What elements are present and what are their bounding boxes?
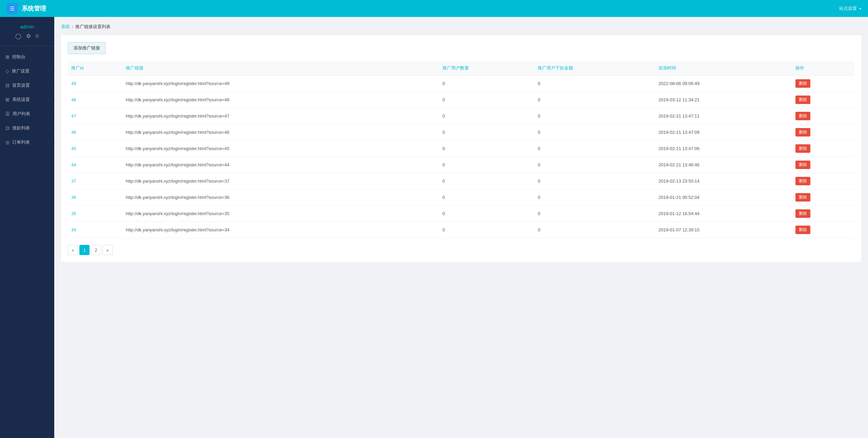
delete-button[interactable]: 删除 (795, 112, 810, 120)
site-settings-button[interactable]: 站点设置 ▾ (839, 5, 861, 12)
top-bar-left: ☰ 系统管理 (7, 3, 46, 14)
cell-user-count: 0 (439, 141, 534, 157)
cell-id[interactable]: 36 (68, 189, 122, 206)
chevron-right-icon-home: › (48, 84, 49, 87)
sidebar: admin ◯ ⚙ ⎋ ⊞ 控制台 ◇ 推广设 (0, 17, 54, 438)
table-row: 48 http://dk.yanyanshi.xyz/login/registe… (68, 92, 854, 108)
breadcrumb-home-link[interactable]: 系统 (61, 24, 70, 30)
cell-link: http://dk.yanyanshi.xyz/login/register.h… (122, 206, 439, 222)
system-settings-icon: ⊞ (5, 97, 9, 102)
delete-button[interactable]: 删除 (795, 144, 810, 153)
add-promotion-link-button[interactable]: 添加推广链接 (68, 42, 106, 54)
table-row: 45 http://dk.yanyanshi.xyz/login/registe… (68, 141, 854, 157)
chevron-right-icon-system: › (48, 98, 49, 102)
cell-time: 2019-02-21 13:46:46 (655, 157, 792, 173)
delete-button[interactable]: 删除 (795, 128, 810, 137)
cell-user-count: 0 (439, 157, 534, 173)
cell-time: 2019-02-13 23:50:14 (655, 173, 792, 189)
cell-id[interactable]: 44 (68, 157, 122, 173)
cell-id[interactable]: 48 (68, 92, 122, 108)
cell-action: 删除 (792, 76, 854, 92)
pagination-page-1[interactable]: 1 (79, 245, 90, 255)
delete-button[interactable]: 删除 (795, 79, 810, 88)
sidebar-username: admin (20, 24, 34, 29)
cell-id[interactable]: 35 (68, 206, 122, 222)
delete-button[interactable]: 删除 (795, 177, 810, 185)
app-wrapper: ☰ 系统管理 站点设置 ▾ admin ◯ ⚙ ⎋ ⊞ (0, 0, 868, 438)
cell-action: 删除 (792, 157, 854, 173)
cell-id[interactable]: 49 (68, 76, 122, 92)
cell-action: 删除 (792, 206, 854, 222)
col-action: 操作 (792, 61, 854, 76)
dashboard-icon: ⊞ (5, 54, 9, 60)
cell-action: 删除 (792, 173, 854, 189)
pagination-page-2[interactable]: 2 (91, 245, 101, 255)
cell-link: http://dk.yanyanshi.xyz/login/register.h… (122, 189, 439, 206)
user-profile-icon[interactable]: ◯ (15, 33, 21, 39)
cell-action: 删除 (792, 108, 854, 124)
table-body: 49 http://dk.yanyanshi.xyz/login/registe… (68, 76, 854, 238)
cell-amount: 0 (534, 222, 655, 238)
cell-id[interactable]: 46 (68, 124, 122, 141)
cell-amount: 0 (534, 189, 655, 206)
table-header: 推广id 推广链接 推广用户数量 推广用户下款金额 添加时间 操作 (68, 61, 854, 76)
sidebar-user-section: admin ◯ ⚙ ⎋ (0, 17, 54, 43)
chevron-right-icon-users: › (48, 112, 49, 116)
sidebar-item-home-settings[interactable]: ⊟ 首页设置 › (0, 78, 54, 92)
cell-time: 2019-01-21 00:52:04 (655, 189, 792, 206)
cell-user-count: 0 (439, 222, 534, 238)
cell-id[interactable]: 37 (68, 173, 122, 189)
cell-id[interactable]: 47 (68, 108, 122, 124)
main-layout: admin ◯ ⚙ ⎋ ⊞ 控制台 ◇ 推广设 (0, 17, 868, 438)
cell-time: 2019-02-21 13:47:11 (655, 108, 792, 124)
sidebar-item-label-home: 首页设置 (12, 82, 30, 88)
cell-amount: 0 (534, 206, 655, 222)
site-settings-label: 站点设置 (839, 5, 857, 12)
cell-time: 2022-08-06 09:06:49 (655, 76, 792, 92)
table-header-row: 推广id 推广链接 推广用户数量 推广用户下款金额 添加时间 操作 (68, 61, 854, 76)
pagination-prev[interactable]: « (68, 245, 78, 255)
cell-link: http://dk.yanyanshi.xyz/login/register.h… (122, 157, 439, 173)
home-settings-icon: ⊟ (5, 83, 9, 88)
cell-action: 删除 (792, 141, 854, 157)
sidebar-item-label-promotion: 推广设置 (12, 68, 29, 74)
cell-amount: 0 (534, 157, 655, 173)
sidebar-item-label-system: 系统设置 (12, 97, 30, 103)
delete-button[interactable]: 删除 (795, 226, 810, 234)
cell-amount: 0 (534, 76, 655, 92)
delete-button[interactable]: 删除 (795, 209, 810, 218)
settings-icon[interactable]: ⚙ (26, 33, 31, 39)
logout-icon[interactable]: ⎋ (36, 33, 39, 39)
pagination-next[interactable]: » (102, 245, 113, 255)
table-row: 46 http://dk.yanyanshi.xyz/login/registe… (68, 124, 854, 141)
delete-button[interactable]: 删除 (795, 161, 810, 169)
cell-link: http://dk.yanyanshi.xyz/login/register.h… (122, 124, 439, 141)
table-row: 35 http://dk.yanyanshi.xyz/login/registe… (68, 206, 854, 222)
breadcrumb-separator: / (72, 24, 73, 29)
sidebar-item-user-list[interactable]: ☰ 用户列表 › (0, 107, 54, 121)
menu-toggle-button[interactable]: ☰ (7, 3, 18, 14)
delete-button[interactable]: 删除 (795, 193, 810, 202)
top-bar: ☰ 系统管理 站点设置 ▾ (0, 0, 868, 17)
cell-user-count: 0 (439, 92, 534, 108)
sidebar-item-order-list[interactable]: ◎ 订单列表 › (0, 135, 54, 149)
chevron-right-icon: › (48, 69, 49, 73)
cell-amount: 0 (534, 92, 655, 108)
sidebar-user-icons: ◯ ⚙ ⎋ (15, 33, 39, 39)
cell-link: http://dk.yanyanshi.xyz/login/register.h… (122, 108, 439, 124)
sidebar-item-system-settings[interactable]: ⊞ 系统设置 › (0, 92, 54, 107)
pagination: « 1 2 » (68, 245, 854, 255)
delete-button[interactable]: 删除 (795, 96, 810, 104)
cell-link: http://dk.yanyanshi.xyz/login/register.h… (122, 222, 439, 238)
cell-action: 删除 (792, 92, 854, 108)
cell-id[interactable]: 45 (68, 141, 122, 157)
chevron-right-icon-orders: › (48, 141, 49, 144)
sidebar-item-dashboard[interactable]: ⊞ 控制台 (0, 50, 54, 64)
cell-time: 2019-02-21 13:47:09 (655, 124, 792, 141)
cell-time: 2019-02-21 13:47:06 (655, 141, 792, 157)
sidebar-item-promotion[interactable]: ◇ 推广设置 › (0, 64, 54, 78)
cell-user-count: 0 (439, 108, 534, 124)
cell-id[interactable]: 34 (68, 222, 122, 238)
cell-link: http://dk.yanyanshi.xyz/login/register.h… (122, 141, 439, 157)
sidebar-item-loan-list[interactable]: ⊡ 借款列表 › (0, 121, 54, 135)
